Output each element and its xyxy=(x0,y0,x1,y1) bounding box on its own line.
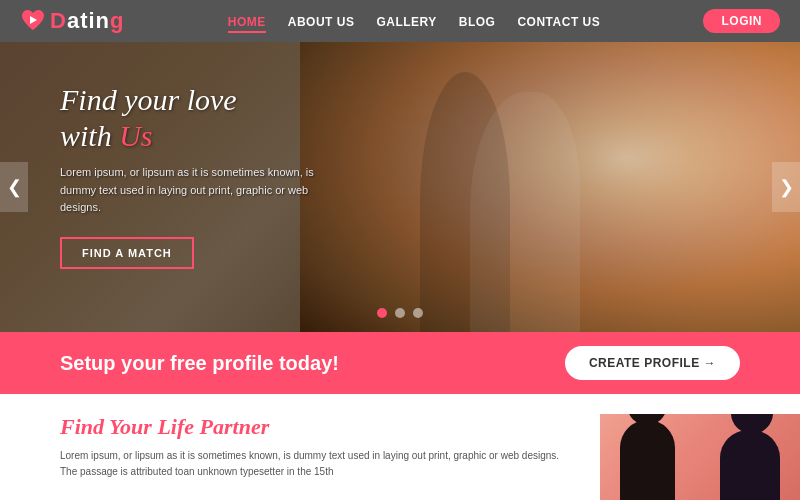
logo: Dating xyxy=(20,8,124,34)
nav-link-gallery[interactable]: GALLERY xyxy=(376,15,436,29)
heart-logo-icon xyxy=(20,8,46,34)
nav-link-about[interactable]: ABOUT US xyxy=(288,15,355,29)
bottom-title: Find Your Life Partner xyxy=(60,414,570,440)
bottom-description: Lorem ipsum, or lipsum as it is sometime… xyxy=(60,448,570,480)
carousel-dot-1[interactable] xyxy=(377,308,387,318)
nav-link-contact[interactable]: CONTACT US xyxy=(517,15,600,29)
nav-item-about[interactable]: ABOUT US xyxy=(288,12,355,30)
nav-link-home[interactable]: HOME xyxy=(228,15,266,33)
login-button[interactable]: LOGIN xyxy=(703,9,780,33)
carousel-dot-3[interactable] xyxy=(413,308,423,318)
carousel-prev-button[interactable]: ❮ xyxy=(0,162,28,212)
nav-link-blog[interactable]: BLOG xyxy=(459,15,496,29)
figure-left xyxy=(620,420,675,500)
navbar: Dating HOME ABOUT US GALLERY BLOG CONTAC… xyxy=(0,0,800,42)
bottom-section: Find Your Life Partner Lorem ipsum, or l… xyxy=(0,394,800,500)
nav-item-contact[interactable]: CONTACT US xyxy=(517,12,600,30)
hero-title: Find your love with Us xyxy=(60,82,350,154)
find-match-button[interactable]: FIND A MATCH xyxy=(60,237,194,269)
cta-banner-text: Setup your free profile today! xyxy=(60,352,339,375)
carousel-next-button[interactable]: ❯ xyxy=(772,162,800,212)
create-profile-button[interactable]: CREATE PROFILE → xyxy=(565,346,740,380)
hero-content: Find your love with Us Lorem ipsum, or l… xyxy=(60,82,350,269)
bottom-couple-image xyxy=(600,414,800,500)
cta-banner: Setup your free profile today! CREATE PR… xyxy=(0,332,800,394)
nav-item-blog[interactable]: BLOG xyxy=(459,12,496,30)
figure-right xyxy=(720,430,780,500)
hero-section: Find your love with Us Lorem ipsum, or l… xyxy=(0,42,800,332)
logo-text: Dating xyxy=(50,8,124,34)
carousel-dot-2[interactable] xyxy=(395,308,405,318)
chevron-left-icon: ❮ xyxy=(7,176,22,198)
chevron-right-icon: ❯ xyxy=(779,176,794,198)
carousel-dots xyxy=(377,308,423,318)
bottom-text-content: Find Your Life Partner Lorem ipsum, or l… xyxy=(60,414,570,480)
nav-item-home[interactable]: HOME xyxy=(228,12,266,30)
nav-links: HOME ABOUT US GALLERY BLOG CONTACT US xyxy=(228,12,601,30)
nav-item-gallery[interactable]: GALLERY xyxy=(376,12,436,30)
hero-description: Lorem ipsum, or lipsum as it is sometime… xyxy=(60,164,350,217)
